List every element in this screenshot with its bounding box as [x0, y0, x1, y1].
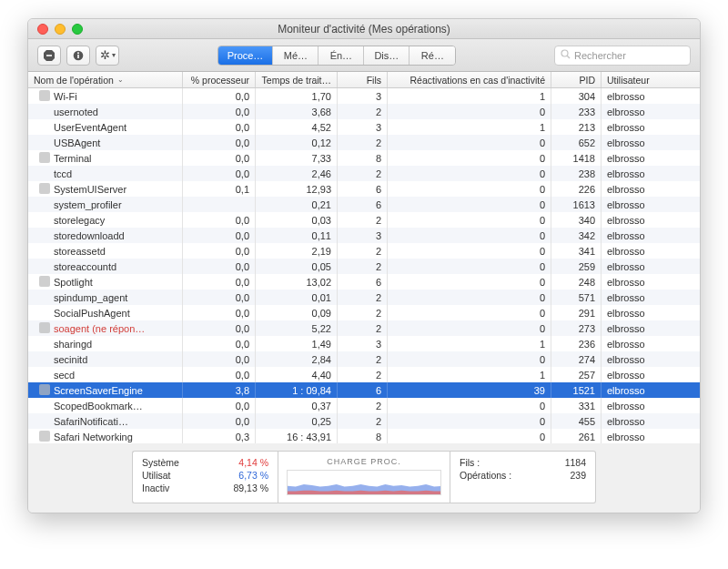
- table-row[interactable]: Terminal0,07,33801418elbrosso: [28, 150, 700, 166]
- search-field[interactable]: Rechercher: [554, 46, 691, 66]
- cell-user: elbrosso: [602, 104, 700, 119]
- cell-cpu: 0,0: [183, 336, 256, 351]
- table-row[interactable]: SocialPushAgent0,00,0920291elbrosso: [28, 305, 700, 320]
- svg-rect-12: [39, 384, 50, 395]
- info-icon: [73, 50, 84, 61]
- cell-cpu: 0,0: [183, 413, 256, 429]
- cell-pid: 213: [551, 119, 602, 135]
- cell-time: 0,05: [256, 259, 338, 274]
- tab-0[interactable]: Proce…: [218, 46, 274, 65]
- table-row[interactable]: secinitd0,02,8420274elbrosso: [28, 351, 700, 367]
- cell-time: 0,12: [256, 135, 338, 150]
- col-threads[interactable]: Fils: [338, 72, 388, 87]
- cell-pid: 261: [551, 429, 602, 443]
- cell-threads: 3: [338, 336, 388, 351]
- cell-user: elbrosso: [602, 228, 700, 243]
- cell-idle: 0: [388, 429, 551, 443]
- cell-name: storelegacy: [28, 212, 183, 228]
- cell-pid: 226: [551, 181, 602, 197]
- table-row[interactable]: ScreenSaverEngine3,81 : 09,846391521elbr…: [28, 382, 700, 398]
- view-tabs: Proce…Mé…Én…Dis…Ré…: [217, 46, 457, 66]
- app-icon: [39, 322, 50, 333]
- cell-user: elbrosso: [602, 274, 700, 290]
- tab-1[interactable]: Mé…: [273, 46, 318, 65]
- table-row[interactable]: storedownloadd0,00,1130342elbrosso: [28, 228, 700, 243]
- table-row[interactable]: ScopedBookmark…0,00,3720331elbrosso: [28, 398, 700, 413]
- table-row[interactable]: soagent (ne répon…0,05,2220273elbrosso: [28, 320, 700, 336]
- cell-threads: 3: [338, 88, 388, 104]
- cell-user: elbrosso: [602, 413, 700, 429]
- cell-name: soagent (ne répon…: [28, 320, 183, 336]
- footer-panels: Système 4,14 % Utilisat 6,73 % Inactiv 8…: [28, 443, 700, 513]
- gear-icon: ✲: [100, 48, 110, 62]
- cell-name: ScreenSaverEngine: [28, 382, 183, 398]
- cpu-chart-panel: CHARGE PROC.: [278, 451, 450, 503]
- table-row[interactable]: USBAgent0,00,1220652elbrosso: [28, 135, 700, 150]
- cell-time: 0,01: [256, 290, 338, 305]
- cell-idle: 0: [388, 274, 551, 290]
- cell-name: UserEventAgent: [28, 119, 183, 135]
- table-row[interactable]: tccd0,02,4620238elbrosso: [28, 166, 700, 181]
- cell-user: elbrosso: [602, 305, 700, 320]
- table-row[interactable]: usernoted0,03,6820233elbrosso: [28, 104, 700, 119]
- table-row[interactable]: sharingd0,01,4931236elbrosso: [28, 336, 700, 351]
- cell-threads: 6: [338, 382, 388, 398]
- tab-3[interactable]: Dis…: [364, 46, 410, 65]
- svg-rect-11: [39, 322, 50, 333]
- cell-idle: 0: [388, 259, 551, 274]
- table-row[interactable]: Spotlight0,013,0260248elbrosso: [28, 274, 700, 290]
- cell-user: elbrosso: [602, 398, 700, 413]
- cell-pid: 341: [551, 243, 602, 259]
- col-time[interactable]: Temps de trait…: [256, 72, 338, 87]
- cell-user: elbrosso: [602, 243, 700, 259]
- svg-line-6: [567, 56, 570, 58]
- col-name[interactable]: Nom de l'opération ⌄: [28, 72, 183, 87]
- cell-name: storeaccountd: [28, 259, 183, 274]
- cell-idle: 0: [388, 181, 551, 197]
- table-row[interactable]: storeassetd0,02,1920341elbrosso: [28, 243, 700, 259]
- system-value: 4,14 %: [238, 457, 268, 468]
- table-row[interactable]: secd0,04,4021257elbrosso: [28, 367, 700, 382]
- col-idle-wake[interactable]: Réactivations en cas d'inactivité: [388, 72, 551, 87]
- cell-pid: 1418: [551, 150, 602, 166]
- table-row[interactable]: UserEventAgent0,04,5231213elbrosso: [28, 119, 700, 135]
- cell-threads: 2: [338, 104, 388, 119]
- safari-icon: [39, 431, 50, 442]
- operations-label: Opérations :: [460, 470, 511, 481]
- stop-process-button[interactable]: [37, 46, 61, 66]
- cell-pid: 342: [551, 228, 602, 243]
- cell-cpu: 3,8: [183, 382, 256, 398]
- table-row[interactable]: spindump_agent0,00,0120571elbrosso: [28, 290, 700, 305]
- cell-time: 0,37: [256, 398, 338, 413]
- col-pid[interactable]: PID: [551, 72, 602, 87]
- table-row[interactable]: SafariNotificati…0,00,2520455elbrosso: [28, 413, 700, 429]
- cell-idle: 0: [388, 413, 551, 429]
- titlebar[interactable]: Moniteur d'activité (Mes opérations): [28, 19, 700, 39]
- table-row[interactable]: Safari Networking0,316 : 43,9180261elbro…: [28, 429, 700, 443]
- inspect-process-button[interactable]: [66, 46, 90, 66]
- cell-name: ScopedBookmark…: [28, 398, 183, 413]
- cell-name: secd: [28, 367, 183, 382]
- cell-idle: 0: [388, 243, 551, 259]
- col-cpu[interactable]: % processeur: [183, 72, 256, 87]
- table-row[interactable]: system_profiler0,21601613elbrosso: [28, 197, 700, 212]
- cell-user: elbrosso: [602, 336, 700, 351]
- cell-pid: 236: [551, 336, 602, 351]
- cell-pid: 1521: [551, 382, 602, 398]
- table-row[interactable]: Wi-Fi0,01,7031304elbrosso: [28, 88, 700, 104]
- table-row[interactable]: storelegacy0,00,0320340elbrosso: [28, 212, 700, 228]
- cell-pid: 304: [551, 88, 602, 104]
- cell-time: 13,02: [256, 274, 338, 290]
- cell-cpu: 0,0: [183, 259, 256, 274]
- cell-idle: 0: [388, 104, 551, 119]
- table-row[interactable]: SystemUIServer0,112,9360226elbrosso: [28, 181, 700, 197]
- cell-cpu: 0,0: [183, 88, 256, 104]
- cell-pid: 233: [551, 104, 602, 119]
- options-menu-button[interactable]: ✲: [96, 46, 119, 66]
- cell-user: elbrosso: [602, 429, 700, 443]
- tab-4[interactable]: Ré…: [410, 46, 455, 65]
- tab-2[interactable]: Én…: [318, 46, 364, 65]
- col-user[interactable]: Utilisateur: [602, 72, 700, 87]
- table-row[interactable]: storeaccountd0,00,0520259elbrosso: [28, 259, 700, 274]
- cell-cpu: 0,0: [183, 320, 256, 336]
